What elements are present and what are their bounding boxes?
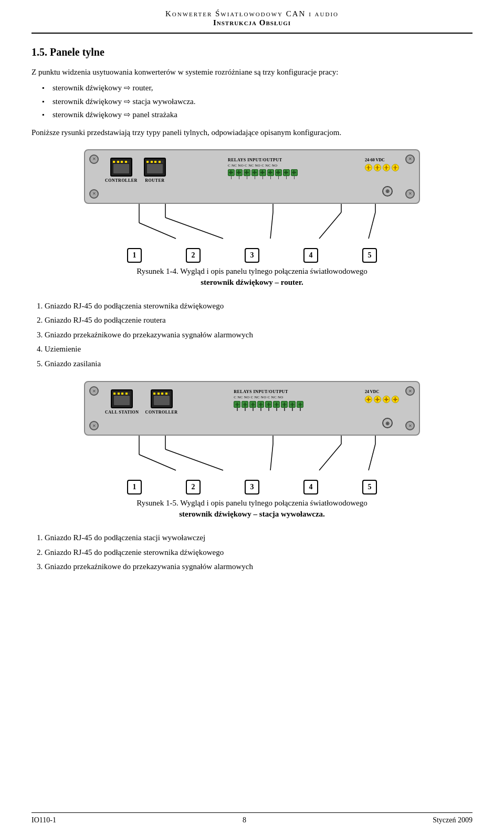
relay-area-1: RELAYS INPUT/OUTPUT C NC NO C NC NO C NC… xyxy=(228,158,298,181)
terminal-2-7 xyxy=(281,401,288,411)
terminal-8 xyxy=(283,169,290,179)
list-item-1-2: 2. Gniazdo RJ-45 do podłączenie routera xyxy=(37,314,472,327)
diagram1-wrapper: CONTROLLER ROUTER RELAYS INPUT/OUTPUT C … xyxy=(84,149,420,263)
callout-2-2: 2 xyxy=(186,480,201,494)
rj45-port-3: CALL STATION xyxy=(105,389,139,415)
rj45-body-4 xyxy=(151,389,173,408)
callout-4: 4 xyxy=(303,248,318,263)
callout-2-3: 3 xyxy=(245,480,259,494)
figure-caption-2: Rysunek 1-5. Wygląd i opis panelu tylneg… xyxy=(136,499,367,508)
page-footer: IO110-1 8 Styczeń 2009 xyxy=(32,812,472,824)
rj45-body-2 xyxy=(144,158,166,177)
connector-lines-2 xyxy=(84,434,420,476)
callout-2-1: 1 xyxy=(127,480,142,494)
svg-line-11 xyxy=(139,455,176,470)
svg-line-9 xyxy=(369,212,375,239)
rj45-port-1: CONTROLLER xyxy=(105,158,138,183)
callout-3: 3 xyxy=(245,248,259,263)
power-terminals-2: 24 VDC xyxy=(365,389,399,403)
callout-5: 5 xyxy=(362,248,377,263)
ground-circle-1: ⊕ xyxy=(382,186,393,197)
ground-circle-2: ⊕ xyxy=(382,418,393,428)
power-screw-3 xyxy=(383,164,390,171)
list-item-2-3: 3. Gniazdo przekaźnikowe do przekazywani… xyxy=(37,560,472,574)
relay-terminals-2 xyxy=(234,401,303,411)
terminal-2-4 xyxy=(257,401,264,411)
bullet-text-3: sterownik dźwiękowy ⇨ panel strażaka xyxy=(52,110,177,119)
port-label-1: CONTROLLER xyxy=(105,178,138,183)
svg-line-13 xyxy=(165,449,223,470)
bullet-text-2: sterownik dźwiękowy ⇨ stacja wywoławcza. xyxy=(52,97,196,106)
terminal-6 xyxy=(267,169,274,179)
list-item-1-4: 4. Uziemienie xyxy=(37,343,472,356)
terminal-2 xyxy=(236,169,243,179)
relay-sublabel-1: C NC NO C NC NO C NC NO xyxy=(228,163,277,168)
list-item-2-2: 2. Gniazdo RJ-45 do podłączenie sterowni… xyxy=(37,546,472,560)
power-terminals-1: 24-60 VDC xyxy=(365,158,399,171)
bullet-text-1: sterownik dźwiękowy ⇨ router, xyxy=(52,84,153,92)
svg-line-15 xyxy=(270,444,273,470)
relay-area-2: RELAYS INPUT/OUTPUT C NC NO C NC NO C NC… xyxy=(234,389,303,413)
numbered-list-2: 1. Gniazdo RJ-45 do podłączenia stacji w… xyxy=(37,531,472,574)
callout-2-4: 4 xyxy=(303,480,318,494)
callout-2: 2 xyxy=(186,248,201,263)
rj45-port-4: CONTROLLER xyxy=(145,389,178,415)
port-label-4: CONTROLLER xyxy=(145,410,178,415)
callout-numbers-2: 1 2 3 4 5 xyxy=(84,480,420,494)
diagram1-container: CONTROLLER ROUTER RELAYS INPUT/OUTPUT C … xyxy=(32,149,472,294)
svg-line-19 xyxy=(369,444,375,470)
svg-line-1 xyxy=(139,223,176,239)
rj45-port-2: ROUTER xyxy=(144,158,166,183)
device-panel-1: CONTROLLER ROUTER RELAYS INPUT/OUTPUT C … xyxy=(84,149,420,204)
intro-text: Z punktu widzenia usytuowania konwerteró… xyxy=(32,66,472,78)
terminal-4 xyxy=(251,169,258,179)
figure-caption-bold-2: sterownik dźwiękowy – stacja wywoławcza. xyxy=(179,510,325,519)
section-heading: 1.5. Panele tylne xyxy=(32,46,472,58)
connector-lines-1 xyxy=(84,202,420,244)
device-panel-2: CALL STATION CONTROLLER RELAYS INPUT/OUT… xyxy=(84,381,420,436)
callout-1: 1 xyxy=(127,248,142,263)
panel-top-row-2: CALL STATION CONTROLLER RELAYS INPUT/OUT… xyxy=(105,389,399,415)
terminal-7 xyxy=(275,169,282,179)
power-screws-2 xyxy=(365,396,399,403)
rj45-body-3 xyxy=(111,389,133,408)
list-item: sterownik dźwiękowy ⇨ panel strażaka xyxy=(42,108,472,122)
desc-text: Poniższe rysunki przedstawiają trzy typy… xyxy=(32,126,472,139)
terminal-2-8 xyxy=(289,401,296,411)
terminal-2-9 xyxy=(297,401,303,411)
corner-br-1 xyxy=(405,189,415,199)
port-label-3: CALL STATION xyxy=(105,410,139,415)
page-header: Konwerter Światłowodowy CAN i audio Inst… xyxy=(32,0,472,34)
figure-caption-1: Rysunek 1-4. Wygląd i opis panelu tylneg… xyxy=(136,267,367,276)
ground-symbol-2: ⊕ xyxy=(382,418,393,428)
diagram2-container: CALL STATION CONTROLLER RELAYS INPUT/OUT… xyxy=(32,381,472,526)
footer-center: 8 xyxy=(243,816,246,824)
terminal-2-6 xyxy=(273,401,280,411)
relay-sublabel-2: C NC NO C NC NO C NC NO xyxy=(234,395,283,399)
list-item-1-5: 5. Gniazdo zasilania xyxy=(37,357,472,371)
power-screws-1 xyxy=(365,164,399,171)
terminal-1 xyxy=(228,169,235,179)
rj45-body-1 xyxy=(110,158,132,177)
panel-bottom-row-1: ⊕ xyxy=(96,186,408,197)
power-label-2: 24 VDC xyxy=(365,389,379,394)
panel-ports-2: CALL STATION CONTROLLER xyxy=(105,389,178,415)
power-screw-2-3 xyxy=(383,396,390,403)
numbered-list-1: 1. Gniazdo RJ-45 do podłączenia sterowni… xyxy=(37,300,472,371)
terminal-3 xyxy=(244,169,250,179)
terminal-5 xyxy=(259,169,266,179)
corner-br-2 xyxy=(405,421,415,430)
diagram2-wrapper: CALL STATION CONTROLLER RELAYS INPUT/OUT… xyxy=(84,381,420,494)
svg-line-17 xyxy=(319,444,341,470)
list-item-2-1: 1. Gniazdo RJ-45 do podłączenia stacji w… xyxy=(37,531,472,545)
header-title-bottom: Instrukcja Obsługi xyxy=(32,18,472,27)
power-screw-2-1 xyxy=(365,396,372,403)
terminal-9 xyxy=(291,169,298,179)
corner-bl-1 xyxy=(89,189,99,199)
svg-line-5 xyxy=(270,212,273,239)
corner-bl-2 xyxy=(89,421,99,430)
panel-bottom-row-2: ⊕ xyxy=(96,418,408,428)
list-item-1-3: 3. Gniazdo przekaźnikowe do przekazywani… xyxy=(37,328,472,342)
svg-line-3 xyxy=(165,218,223,239)
svg-line-7 xyxy=(319,212,341,239)
